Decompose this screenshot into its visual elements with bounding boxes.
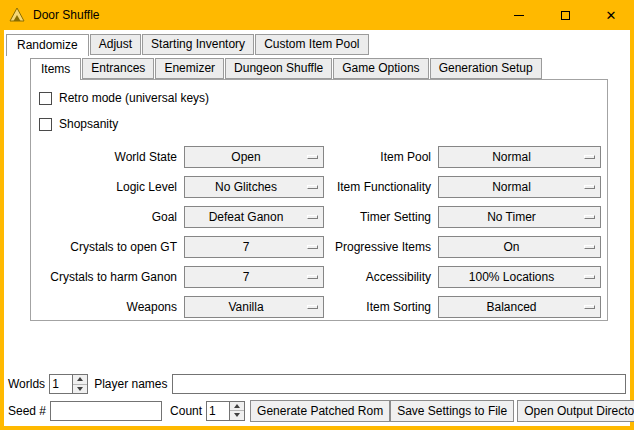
dropdown-indicator-icon — [584, 215, 595, 219]
dropdown-value: Normal — [439, 150, 584, 164]
dropdown-value: 7 — [185, 270, 307, 284]
seed-row: Seed # Count Generate Patched Rom Save S… — [8, 399, 626, 422]
seed-label: Seed # — [8, 404, 46, 418]
crystals-gt-label: Crystals to open GT — [39, 232, 184, 262]
worlds-spin-up-button[interactable] — [73, 375, 87, 384]
spin-down-icon — [77, 387, 83, 391]
minimize-icon — [514, 15, 524, 16]
checkbox-label: Shopsanity — [59, 117, 118, 131]
seed-input[interactable] — [50, 401, 162, 421]
tab-adjust[interactable]: Adjust — [90, 34, 141, 55]
dropdown-indicator-icon — [307, 155, 318, 159]
player-names-label: Player names — [94, 377, 167, 391]
dropdown-indicator-icon — [307, 185, 318, 189]
world-state-label: World State — [39, 142, 184, 172]
progressive-items-label: Progressive Items — [324, 232, 438, 262]
items-pane: Retro mode (universal keys) Shopsanity W… — [30, 79, 608, 321]
count-spin-up-button[interactable] — [230, 402, 244, 411]
goal-label: Goal — [39, 202, 184, 232]
tab-game-options[interactable]: Game Options — [333, 58, 428, 79]
item-functionality-label: Item Functionality — [324, 172, 438, 202]
close-icon: ✕ — [606, 9, 617, 22]
count-input[interactable] — [207, 402, 229, 420]
count-spin-down-button[interactable] — [230, 410, 244, 420]
accessibility-dropdown[interactable]: 100% Locations — [438, 266, 601, 288]
spin-down-icon — [234, 413, 240, 417]
close-button[interactable]: ✕ — [588, 0, 634, 30]
inner-tab-bar: Items Entrances Enemizer Dungeon Shuffle… — [30, 58, 608, 79]
timer-setting-dropdown[interactable]: No Timer — [438, 206, 601, 228]
dropdown-indicator-icon — [584, 245, 595, 249]
window-body: Randomize Adjust Starting Inventory Cust… — [4, 30, 630, 426]
tab-enemizer[interactable]: Enemizer — [155, 58, 224, 79]
item-functionality-dropdown[interactable]: Normal — [438, 176, 601, 198]
worlds-spin-down-button[interactable] — [73, 384, 87, 394]
worlds-spin-buttons — [72, 375, 87, 393]
app-icon[interactable] — [9, 7, 25, 23]
dropdown-indicator-icon — [307, 245, 318, 249]
logic-level-dropdown[interactable]: No Glitches — [184, 176, 324, 198]
save-settings-button[interactable]: Save Settings to File — [390, 400, 514, 422]
crystals-ganon-dropdown[interactable]: 7 — [184, 266, 324, 288]
dropdown-value: On — [439, 240, 584, 254]
tab-randomize[interactable]: Randomize — [6, 34, 89, 56]
shopsanity-checkbox[interactable]: Shopsanity — [39, 116, 607, 132]
outer-tab-bar: Randomize Adjust Starting Inventory Cust… — [6, 34, 370, 55]
spin-up-icon — [77, 377, 83, 381]
weapons-dropdown[interactable]: Vanilla — [184, 296, 324, 318]
item-pool-dropdown[interactable]: Normal — [438, 146, 601, 168]
window-title: Door Shuffle — [33, 8, 100, 22]
crystals-gt-dropdown[interactable]: 7 — [184, 236, 324, 258]
dropdown-indicator-icon — [584, 305, 595, 309]
dropdown-indicator-icon — [307, 305, 318, 309]
worlds-row: Worlds Player names — [8, 373, 626, 395]
checkbox-box — [39, 118, 52, 131]
crystals-ganon-label: Crystals to harm Ganon — [39, 262, 184, 292]
progressive-items-dropdown[interactable]: On — [438, 236, 601, 258]
tab-custom-item-pool[interactable]: Custom Item Pool — [255, 34, 368, 55]
options-grid: World State Open Item Pool Normal Logic … — [39, 142, 607, 322]
dropdown-value: No Timer — [439, 210, 584, 224]
generate-patched-rom-button[interactable]: Generate Patched Rom — [250, 400, 390, 422]
maximize-icon — [561, 11, 570, 20]
worlds-input[interactable] — [50, 375, 72, 393]
world-state-dropdown[interactable]: Open — [184, 146, 324, 168]
dropdown-value: 7 — [185, 240, 307, 254]
dropdown-value: Defeat Ganon — [185, 210, 307, 224]
count-spin-buttons — [229, 402, 244, 420]
weapons-label: Weapons — [39, 292, 184, 322]
maximize-button[interactable] — [542, 0, 588, 30]
dropdown-value: Balanced — [439, 300, 584, 314]
dropdown-value: Normal — [439, 180, 584, 194]
dropdown-value: Open — [185, 150, 307, 164]
inner-notebook: Items Entrances Enemizer Dungeon Shuffle… — [30, 58, 608, 321]
spin-up-icon — [234, 404, 240, 408]
tab-entrances[interactable]: Entrances — [82, 58, 154, 79]
open-output-directory-button[interactable]: Open Output Directory — [517, 400, 634, 422]
item-sorting-label: Item Sorting — [324, 292, 438, 322]
item-sorting-dropdown[interactable]: Balanced — [438, 296, 601, 318]
tab-items[interactable]: Items — [30, 58, 81, 80]
worlds-spinbox — [49, 374, 88, 394]
retro-mode-checkbox[interactable]: Retro mode (universal keys) — [39, 90, 607, 106]
minimize-button[interactable] — [496, 0, 542, 30]
count-spinbox — [206, 401, 245, 421]
dropdown-indicator-icon — [584, 275, 595, 279]
dropdown-indicator-icon — [307, 275, 318, 279]
worlds-label: Worlds — [8, 377, 45, 391]
checkbox-box — [39, 92, 52, 105]
accessibility-label: Accessibility — [324, 262, 438, 292]
checkbox-label: Retro mode (universal keys) — [59, 91, 209, 105]
tab-dungeon-shuffle[interactable]: Dungeon Shuffle — [225, 58, 332, 79]
item-pool-label: Item Pool — [324, 142, 438, 172]
goal-dropdown[interactable]: Defeat Ganon — [184, 206, 324, 228]
player-names-input[interactable] — [172, 374, 627, 394]
titlebar: Door Shuffle ✕ — [0, 0, 634, 30]
window: Door Shuffle ✕ Randomize Adjust Starting… — [0, 0, 634, 430]
tab-generation-setup[interactable]: Generation Setup — [430, 58, 542, 79]
tab-starting-inventory[interactable]: Starting Inventory — [142, 34, 254, 55]
count-label: Count — [170, 404, 202, 418]
dropdown-indicator-icon — [584, 155, 595, 159]
dropdown-value: No Glitches — [185, 180, 307, 194]
dropdown-value: Vanilla — [185, 300, 307, 314]
